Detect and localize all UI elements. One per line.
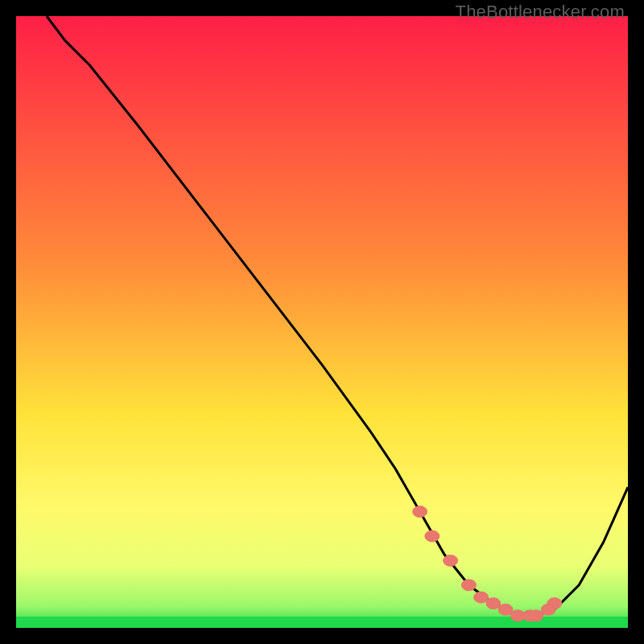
watermark-text: TheBottlenecker.com xyxy=(456,2,625,23)
marker-point xyxy=(498,604,513,615)
chart-svg xyxy=(16,16,628,628)
marker-point xyxy=(461,580,476,591)
gradient-background xyxy=(16,16,628,628)
marker-point xyxy=(413,506,427,518)
marker-point xyxy=(474,592,489,603)
marker-point xyxy=(444,555,458,566)
marker-point xyxy=(425,530,440,542)
marker-point xyxy=(547,598,562,609)
marker-point xyxy=(529,610,543,621)
chart-frame xyxy=(16,16,628,628)
marker-point xyxy=(486,598,501,609)
